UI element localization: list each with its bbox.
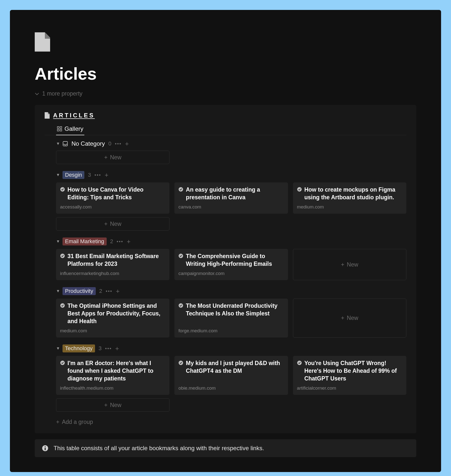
- svg-point-13: [179, 361, 183, 365]
- card-title: I'm an ER doctor: Here's what I found wh…: [67, 359, 165, 382]
- group-header[interactable]: ▼ No Category 0 ••• +: [56, 140, 406, 147]
- group-email: ▼ Email Marketing 2 ••• + 31 Best Email …: [45, 238, 406, 280]
- new-label: New: [347, 261, 358, 268]
- more-button[interactable]: •••: [105, 346, 112, 351]
- group-count: 0: [108, 140, 111, 147]
- card[interactable]: 31 Best Email Marketing Software Platfor…: [56, 249, 169, 280]
- card-title: You're Using ChatGPT Wrong! Here's How t…: [304, 359, 402, 382]
- tray-icon: [63, 141, 68, 146]
- card-title: How to create mockups on Figma using the…: [304, 186, 402, 201]
- card[interactable]: How to create mockups on Figma using the…: [293, 182, 406, 214]
- linked-database: ARTICLES Gallery ▼ No Category 0 ••• +: [35, 105, 416, 433]
- group-header[interactable]: ▼ Desgin 3 ••• +: [56, 171, 406, 179]
- tab-gallery[interactable]: Gallery: [56, 123, 84, 135]
- new-label: New: [110, 402, 121, 408]
- group-tag: Productivity: [63, 287, 96, 295]
- new-card-button[interactable]: + New: [56, 151, 169, 164]
- card-title: 31 Best Email Marketing Software Platfor…: [67, 252, 165, 268]
- svg-point-12: [60, 361, 65, 365]
- card-title-row: An easy guide to creating a presentation…: [178, 186, 284, 201]
- cards-row: 31 Best Email Marketing Software Platfor…: [56, 249, 406, 280]
- group-tag: Email Marketing: [63, 238, 107, 245]
- plus-icon: +: [104, 221, 107, 227]
- card[interactable]: The Optimal iPhone Settings and Best App…: [56, 299, 169, 338]
- group-actions: ••• +: [117, 238, 130, 245]
- callout-text: This table consists of all your article …: [54, 445, 264, 452]
- card-source: canva.com: [178, 204, 284, 210]
- svg-point-8: [60, 254, 65, 258]
- add-group-button[interactable]: + Add a group: [45, 419, 406, 425]
- plus-icon: +: [341, 315, 344, 321]
- card-title-row: The Optimal iPhone Settings and Best App…: [60, 302, 165, 325]
- svg-point-7: [297, 187, 302, 192]
- more-properties-toggle[interactable]: 1 more property: [35, 90, 416, 97]
- svg-point-9: [179, 254, 183, 258]
- new-card-button[interactable]: + New: [56, 398, 169, 412]
- tab-gallery-label: Gallery: [64, 125, 83, 132]
- svg-rect-3: [60, 129, 62, 131]
- new-card-button[interactable]: +New: [293, 299, 406, 338]
- add-card-button[interactable]: +: [125, 140, 129, 147]
- svg-rect-1: [60, 127, 62, 128]
- card[interactable]: You're Using ChatGPT Wrong! Here's How t…: [293, 356, 406, 395]
- card-title-row: My kids and I just played D&D with ChatG…: [178, 359, 284, 375]
- svg-point-11: [179, 303, 183, 308]
- card-source: campaignmonitor.com: [178, 271, 284, 276]
- add-card-button[interactable]: +: [115, 345, 119, 352]
- more-button[interactable]: •••: [95, 172, 101, 178]
- card[interactable]: How to Use Canva for Video Editing: Tips…: [56, 182, 169, 214]
- card[interactable]: My kids and I just played D&D with ChatG…: [174, 356, 288, 395]
- cards-row: The Optimal iPhone Settings and Best App…: [56, 299, 406, 338]
- card-title: An easy guide to creating a presentation…: [186, 186, 284, 201]
- group-count: 3: [88, 172, 91, 178]
- card-source: obie.medium.com: [178, 385, 284, 391]
- db-title: ARTICLES: [53, 112, 95, 119]
- check-circle-icon: [60, 303, 65, 308]
- group-nocat: ▼ No Category 0 ••• + + New: [45, 140, 406, 164]
- card[interactable]: The Most Underrated Productivity Techniq…: [174, 299, 288, 338]
- group-actions: ••• +: [115, 140, 129, 147]
- card[interactable]: I'm an ER doctor: Here's what I found wh…: [56, 356, 169, 395]
- gallery-icon: [57, 126, 62, 131]
- check-circle-icon: [178, 187, 183, 192]
- more-button[interactable]: •••: [115, 141, 122, 147]
- page-container: Articles 1 more property ARTICLES Gal: [10, 10, 441, 472]
- add-card-button[interactable]: +: [116, 288, 120, 294]
- page-small-icon: [45, 112, 50, 119]
- add-card-button[interactable]: +: [105, 172, 108, 178]
- group-header[interactable]: ▼ Technology 3 ••• +: [56, 344, 406, 352]
- db-header[interactable]: ARTICLES: [45, 112, 406, 119]
- triangle-down-icon[interactable]: ▼: [56, 239, 59, 244]
- card[interactable]: The Comprehensive Guide to Writing High-…: [174, 249, 288, 280]
- group-count: 2: [110, 238, 113, 245]
- plus-icon: +: [341, 261, 344, 268]
- triangle-down-icon[interactable]: ▼: [56, 141, 59, 146]
- svg-rect-4: [63, 141, 67, 146]
- add-card-button[interactable]: +: [127, 238, 130, 245]
- svg-point-5: [60, 187, 65, 192]
- info-icon: [42, 445, 49, 452]
- card[interactable]: An easy guide to creating a presentation…: [174, 182, 288, 214]
- card-title: How to Use Canva for Video Editing: Tips…: [67, 186, 165, 201]
- group-actions: ••• +: [106, 288, 120, 294]
- triangle-down-icon[interactable]: ▼: [56, 289, 59, 293]
- check-circle-icon: [178, 360, 183, 365]
- card-title-row: The Comprehensive Guide to Writing High-…: [178, 252, 284, 268]
- group-name: No Category: [71, 140, 105, 147]
- more-button[interactable]: •••: [117, 239, 123, 244]
- new-card-button[interactable]: + New: [56, 217, 169, 231]
- card-source: accessally.com: [60, 204, 165, 210]
- group-header[interactable]: ▼ Productivity 2 ••• +: [56, 287, 406, 295]
- plus-icon: +: [104, 402, 107, 408]
- card-source: medium.com: [297, 204, 402, 210]
- new-label: New: [110, 154, 121, 161]
- plus-icon: +: [104, 154, 107, 161]
- check-circle-icon: [297, 360, 302, 365]
- cards-row: I'm an ER doctor: Here's what I found wh…: [56, 356, 406, 395]
- page-icon: [35, 32, 50, 52]
- more-button[interactable]: •••: [106, 288, 112, 294]
- group-header[interactable]: ▼ Email Marketing 2 ••• +: [56, 238, 406, 245]
- triangle-down-icon[interactable]: ▼: [56, 346, 59, 351]
- triangle-down-icon[interactable]: ▼: [56, 173, 59, 177]
- new-card-button[interactable]: +New: [293, 249, 406, 280]
